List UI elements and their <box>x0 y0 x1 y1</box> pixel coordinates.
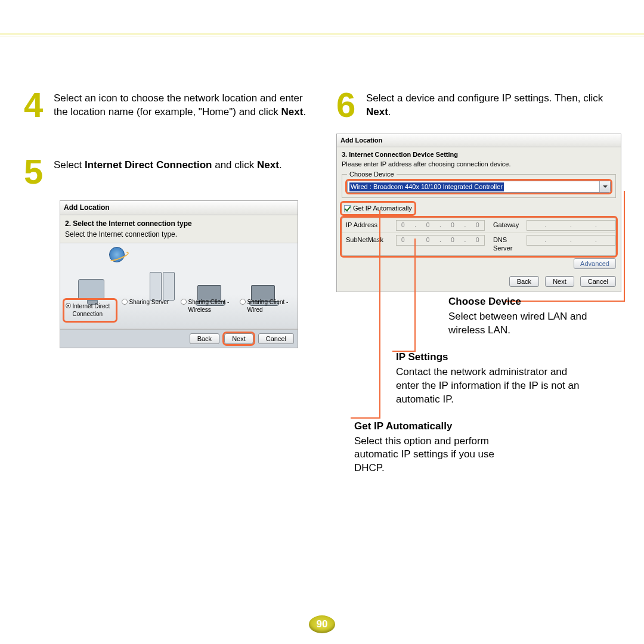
dialog-add-location-step2: Add Location 2. Select the Internet conn… <box>60 200 298 348</box>
subnet-field[interactable]: 0.0.0.0 <box>396 235 485 246</box>
text-bold: Next <box>257 159 279 171</box>
dialog-subtext: Select the Internet connection type. <box>60 230 298 243</box>
choose-device-fieldset: Choose Device Wired : Broadcom 440x 10/1… <box>342 174 616 198</box>
advanced-button[interactable]: Advanced <box>574 258 616 269</box>
decor-line <box>0 33 644 35</box>
step-4-text: Select an icon to choose the network loc… <box>54 89 310 120</box>
get-ip-auto-checkbox[interactable]: Get IP Automatically <box>342 203 414 214</box>
radio-icon <box>122 299 128 305</box>
text: . <box>303 106 306 117</box>
option-sharing-client-wireless[interactable]: Sharing Client - Wireless <box>181 298 236 323</box>
anno-ip-settings-title: IP Settings <box>396 351 623 364</box>
option-label: Sharing Client - Wired <box>247 298 295 314</box>
dialog-title: Add Location <box>337 134 621 147</box>
text-bold: Next <box>366 106 388 117</box>
ip-address-field[interactable]: 0.0.0.0 <box>396 220 485 231</box>
anno-choose-device-body: Select between wired LAN and wireless LA… <box>448 310 623 338</box>
anno-ip-settings-body: Contact the network administrator and en… <box>396 366 587 407</box>
dialog-buttons: Back Next Cancel <box>60 329 298 348</box>
radio-icon <box>181 299 187 305</box>
checkbox-icon <box>344 205 351 212</box>
option-sharing-server[interactable]: Sharing Server <box>122 298 177 323</box>
text-bold: Next <box>281 106 304 117</box>
device-selected: Wired : Broadcom 440x 10/100 Integrated … <box>349 182 504 191</box>
step-number-5: 5 <box>24 156 54 187</box>
radio-icon <box>240 299 246 305</box>
dns-field[interactable]: . . . <box>527 235 615 246</box>
anno-choose-device-title: Choose Device <box>448 295 623 309</box>
decor-line <box>0 36 644 36</box>
text: Select an icon to choose the network loc… <box>54 92 303 117</box>
option-label: Internet Direct Connection <box>73 302 113 318</box>
callout-line <box>624 191 625 302</box>
step-number-6: 6 <box>336 89 366 120</box>
text: and click <box>212 159 257 171</box>
fieldset-legend: Choose Device <box>347 170 397 179</box>
dialog-subtitle: 3. Internet Connection Device Setting <box>337 147 621 160</box>
internet-explorer-icon <box>109 247 125 262</box>
option-internet-direct[interactable]: Internet Direct Connection <box>63 298 117 323</box>
back-button[interactable]: Back <box>190 333 219 344</box>
ip-settings-grid: IP Address 0.0.0.0 Gateway . . . SubNetM… <box>342 218 616 256</box>
step-number-4: 4 <box>24 89 54 120</box>
text: . <box>279 159 282 171</box>
chevron-down-icon[interactable] <box>599 181 610 192</box>
option-sharing-client-wired[interactable]: Sharing Client - Wired <box>240 298 295 323</box>
page-number-badge: 90 <box>309 615 335 633</box>
text: . <box>388 106 391 117</box>
dialog-title: Add Location <box>60 201 298 215</box>
checkbox-label: Get IP Automatically <box>353 205 412 212</box>
text: Select a device and configure IP setting… <box>366 92 603 104</box>
gateway-field[interactable]: . . . <box>527 220 615 231</box>
dialog-illustration: Internet Direct Connection Sharing Serve… <box>60 243 298 329</box>
radio-icon <box>66 303 71 308</box>
next-button[interactable]: Next <box>224 333 253 344</box>
dialog-subtitle: 2. Select the Internet connection type <box>60 215 298 230</box>
dns-label: DNS Server <box>485 233 527 256</box>
option-label: Sharing Server <box>129 298 169 306</box>
device-combobox[interactable]: Wired : Broadcom 440x 10/100 Integrated … <box>347 181 611 193</box>
ip-address-label: IP Address <box>342 218 396 233</box>
cancel-button[interactable]: Cancel <box>258 333 294 344</box>
subnet-label: SubNetMask <box>342 233 396 256</box>
option-label: Sharing Client - Wireless <box>188 298 236 314</box>
gateway-label: Gateway <box>485 218 527 233</box>
anno-get-ip-title: Get IP Automatically <box>354 420 623 434</box>
text: Select <box>54 159 85 171</box>
step-5-text: Select Internet Direct Connection and cl… <box>54 156 282 187</box>
text-bold: Internet Direct Connection <box>85 159 212 171</box>
annotations: Choose Device Select between wired LAN a… <box>336 276 623 488</box>
anno-get-ip-body: Select this option and perform automatic… <box>354 435 521 476</box>
step-6-text: Select a device and configure IP setting… <box>366 89 628 120</box>
